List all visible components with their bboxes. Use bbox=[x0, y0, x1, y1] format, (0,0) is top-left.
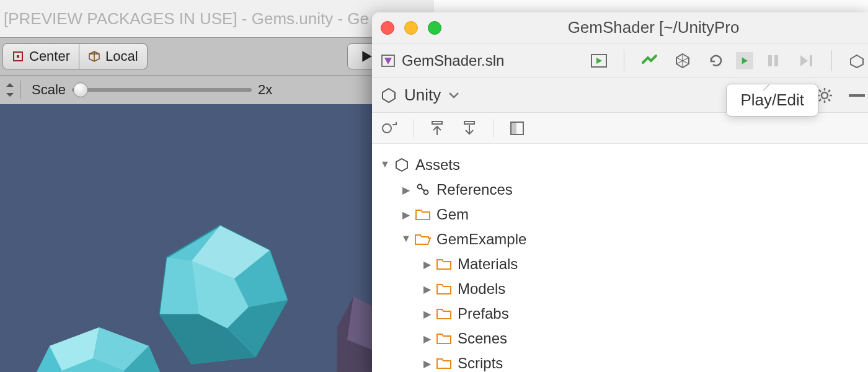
window-controls bbox=[381, 21, 441, 35]
gear-icon bbox=[816, 87, 833, 104]
unity-project-icon bbox=[393, 157, 410, 172]
attach-unity-button[interactable] bbox=[674, 52, 691, 69]
properties-button[interactable] bbox=[508, 120, 526, 137]
maximize-icon[interactable] bbox=[428, 21, 441, 35]
collapse-button[interactable] bbox=[848, 87, 866, 104]
unity-icon bbox=[381, 87, 397, 104]
center-label: Center bbox=[29, 48, 70, 64]
tree-item-gem[interactable]: ▶ Gem bbox=[377, 202, 868, 227]
tree-root-assets[interactable]: ▼ Assets bbox=[377, 153, 868, 177]
collapse-all-button[interactable] bbox=[428, 120, 446, 137]
tree-item-prefabs[interactable]: ▶ Prefabs bbox=[377, 301, 868, 326]
tree-item-references[interactable]: ▶ References bbox=[377, 177, 868, 202]
tree-label: GemExample bbox=[436, 231, 526, 248]
expand-all-button[interactable] bbox=[461, 120, 478, 137]
scale-value: 2x bbox=[258, 82, 272, 98]
disclosure-triangle-icon[interactable]: ▶ bbox=[419, 259, 435, 270]
tree-label: Scenes bbox=[458, 330, 507, 347]
svg-line-41 bbox=[421, 188, 425, 191]
settings-button[interactable] bbox=[816, 87, 833, 104]
solution-icon bbox=[381, 53, 396, 68]
unity-toolbar: Center Local bbox=[0, 37, 434, 76]
select-target-button[interactable] bbox=[590, 52, 608, 69]
close-icon[interactable] bbox=[381, 21, 394, 35]
svg-rect-1 bbox=[17, 55, 19, 58]
svg-rect-38 bbox=[511, 122, 516, 135]
solution-name: GemShader.sln bbox=[402, 52, 504, 69]
unity-pivot-buttons: Center Local bbox=[2, 43, 148, 69]
disclosure-triangle-icon[interactable]: ▶ bbox=[419, 308, 435, 320]
play-icon bbox=[360, 50, 373, 63]
chevron-down-icon bbox=[448, 92, 459, 99]
tree-item-scenes[interactable]: ▶ Scenes bbox=[377, 326, 868, 351]
center-icon bbox=[12, 50, 24, 63]
tree-item-materials[interactable]: ▶ Materials bbox=[377, 252, 868, 277]
svg-line-29 bbox=[819, 90, 821, 92]
disclosure-triangle-icon[interactable]: ▶ bbox=[419, 358, 435, 370]
arrows-icon bbox=[5, 82, 15, 98]
solution-pad-toolbar bbox=[372, 113, 868, 144]
ide-toolbar-buttons bbox=[590, 50, 866, 71]
svg-rect-22 bbox=[774, 55, 778, 66]
svg-rect-36 bbox=[464, 122, 474, 124]
tree-label: Prefabs bbox=[458, 305, 509, 322]
svg-rect-21 bbox=[768, 55, 772, 66]
ide-titlebar[interactable]: GemShader [~/UnityPro bbox=[372, 12, 868, 43]
svg-rect-23 bbox=[810, 55, 812, 66]
svg-line-32 bbox=[819, 99, 821, 101]
disclosure-triangle-icon[interactable]: ▶ bbox=[419, 283, 435, 295]
gem-object-2 bbox=[12, 321, 174, 372]
folder-icon bbox=[435, 332, 453, 345]
cube-icon bbox=[88, 50, 100, 63]
unity-scene-view[interactable] bbox=[0, 104, 434, 372]
minimize-icon[interactable] bbox=[404, 21, 418, 35]
folder-icon bbox=[435, 283, 453, 295]
build-button[interactable] bbox=[640, 52, 658, 69]
tree-label: Materials bbox=[458, 255, 518, 273]
solution-tree: ▼ Assets ▶ References ▶ Gem ▼ GemExample… bbox=[372, 144, 868, 372]
ide-main-toolbar: GemShader.sln bbox=[372, 43, 868, 78]
ide-step-button[interactable] bbox=[798, 52, 815, 69]
unity-scale-bar: Scale 2x bbox=[0, 76, 434, 104]
svg-line-30 bbox=[828, 99, 830, 101]
svg-point-34 bbox=[383, 124, 391, 133]
references-icon bbox=[414, 183, 432, 197]
scale-slider[interactable] bbox=[72, 88, 252, 92]
ide-window-title: GemShader [~/UnityPro bbox=[441, 18, 866, 37]
tree-item-gemexample[interactable]: ▼ GemExample bbox=[377, 227, 868, 252]
disclosure-triangle-icon[interactable]: ▼ bbox=[398, 233, 414, 244]
center-button[interactable]: Center bbox=[2, 43, 79, 69]
sync-tree-button[interactable] bbox=[381, 120, 398, 137]
tree-label: Models bbox=[458, 280, 505, 298]
disclosure-triangle-icon[interactable]: ▶ bbox=[398, 184, 414, 196]
tree-item-scripts[interactable]: ▶ Scripts bbox=[377, 351, 868, 372]
svg-rect-33 bbox=[849, 94, 865, 97]
platform-selector[interactable]: Unity bbox=[381, 86, 459, 105]
disclosure-triangle-icon[interactable]: ▶ bbox=[419, 333, 435, 345]
refresh-button[interactable] bbox=[707, 52, 725, 69]
folder-icon bbox=[435, 357, 453, 370]
disclosure-triangle-icon[interactable]: ▼ bbox=[377, 159, 393, 170]
ide-window: GemShader [~/UnityPro GemShader.sln Play… bbox=[372, 12, 868, 372]
local-button[interactable]: Local bbox=[79, 43, 148, 69]
disclosure-triangle-icon[interactable]: ▶ bbox=[398, 209, 414, 221]
minus-icon bbox=[849, 94, 865, 97]
play-edit-button[interactable] bbox=[736, 52, 753, 69]
solution-selector[interactable]: GemShader.sln bbox=[381, 52, 504, 69]
tree-label: Scripts bbox=[458, 355, 503, 372]
folder-icon bbox=[414, 208, 432, 221]
folder-icon bbox=[435, 258, 453, 270]
tree-item-models[interactable]: ▶ Models bbox=[377, 277, 868, 301]
scale-label: Scale bbox=[32, 82, 66, 98]
ide-pause-button[interactable] bbox=[764, 52, 782, 69]
tree-label: Gem bbox=[436, 206, 469, 223]
unity-window-title: [PREVIEW PACKAGES IN USE] - Gems.unity -… bbox=[0, 0, 434, 37]
local-label: Local bbox=[105, 48, 138, 64]
slider-thumb[interactable] bbox=[73, 82, 88, 97]
svg-point-24 bbox=[822, 92, 828, 99]
play-edit-tooltip: Play/Edit bbox=[726, 84, 818, 117]
folder-icon bbox=[435, 308, 453, 320]
tree-label: References bbox=[436, 181, 513, 198]
device-button[interactable] bbox=[848, 52, 866, 69]
tree-label: Assets bbox=[415, 156, 460, 174]
